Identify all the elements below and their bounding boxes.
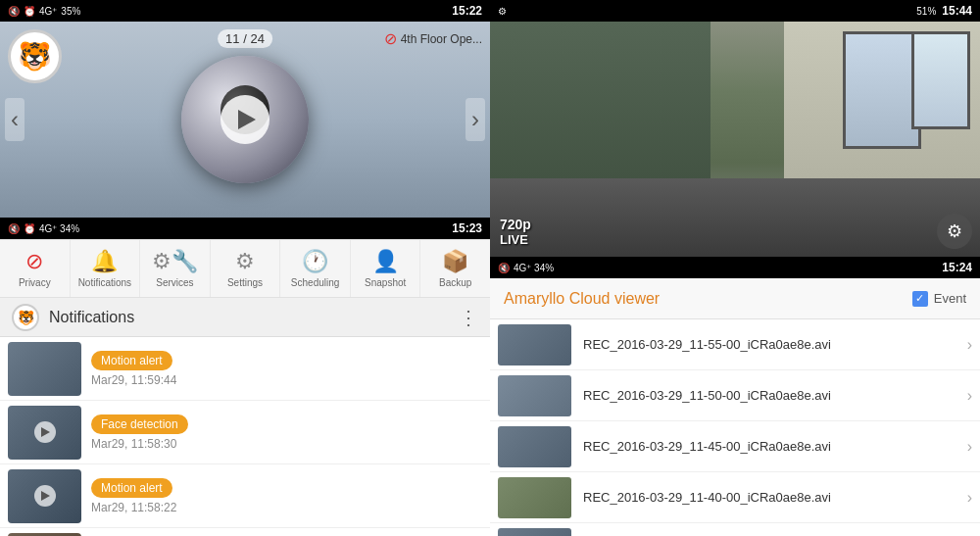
notification-thumbnail — [8, 406, 81, 460]
toolbar-privacy-label: Privacy — [19, 277, 51, 288]
toolbar: ⊘ Privacy 🔔 Notifications ⚙🔧 Services ⚙ … — [0, 239, 490, 298]
alarm-icon-mid: ⏰ — [24, 223, 35, 234]
scheduling-icon: 🕐 — [302, 249, 328, 274]
motion-alert-badge: Motion alert — [91, 351, 172, 370]
right-panel: ⚙ 51% 15:44 720p LIVE ⚙ 🔇 — [490, 0, 980, 536]
backup-icon: 📦 — [442, 249, 468, 274]
event-checkbox[interactable] — [912, 291, 928, 307]
play-small-icon — [34, 421, 56, 443]
notifications-panel: 🐯 Notifications ⋮ Motion alert Mar29, 11… — [0, 298, 490, 536]
camera-name: 4th Floor Ope... — [401, 32, 482, 46]
notification-time: Mar29, 11:58:30 — [91, 437, 482, 451]
header-logo: 🐯 — [12, 304, 39, 331]
status-bar-mid-left: 🔇 ⏰ 4G⁺ 34% 15:23 — [0, 218, 490, 239]
logo-circle: 🐯 — [8, 29, 62, 83]
notification-item[interactable]: Motion alert Mar29, 11:58:22 — [0, 464, 490, 528]
status-bar-bot-right: 🔇 4G⁺ 34% 15:24 — [490, 257, 980, 278]
play-small-icon — [34, 485, 56, 507]
recording-thumbnail — [498, 528, 571, 537]
mute-icon-right: 🔇 — [498, 263, 510, 273]
notification-content: Motion alert Mar29, 11:58:22 — [91, 478, 482, 514]
recording-thumbnail — [498, 426, 571, 467]
more-options-button[interactable]: ⋮ — [459, 306, 478, 329]
thumb-image — [8, 406, 81, 460]
camera-counter: 11 / 24 — [218, 29, 272, 48]
status-icons-right-top-2: 51% — [916, 6, 936, 17]
toolbar-snapshot[interactable]: 👤 Snapshot — [351, 240, 421, 297]
status-icons-right-top: ⚙ — [498, 6, 507, 17]
cloud-viewer-title: Amaryllo Cloud viewer — [504, 290, 660, 308]
face-detection-badge: Face detection — [91, 414, 188, 434]
status-time-mid: 15:23 — [452, 221, 482, 235]
live-settings-button[interactable]: ⚙ — [937, 214, 972, 249]
notification-thumbnail — [8, 342, 81, 396]
toolbar-settings[interactable]: ⚙ Settings — [211, 240, 281, 297]
toolbar-privacy[interactable]: ⊘ Privacy — [0, 240, 71, 297]
notification-item[interactable]: Face detection Mar29, 11:58:30 — [0, 401, 490, 464]
recording-name: REC_2016-03-29_11-55-00_iCRa0ae8e.avi — [583, 337, 956, 352]
header-left: 🐯 Notifications — [12, 304, 134, 331]
mute-icon-mid: 🔇 — [8, 223, 20, 234]
thumb-image — [8, 533, 81, 537]
notification-thumbnail — [8, 469, 81, 523]
prev-camera-button[interactable]: ‹ — [5, 98, 24, 141]
cloud-viewer: Amaryllo Cloud viewer Event REC_2016-03-… — [490, 278, 980, 536]
event-filter[interactable]: Event — [912, 291, 966, 307]
notification-time: Mar29, 11:58:22 — [91, 501, 482, 514]
settings-status-icon: ⚙ — [498, 6, 507, 17]
resolution-label: 720p — [500, 217, 531, 232]
notification-time: Mar29, 11:59:44 — [91, 373, 482, 387]
status-icons-mid: 🔇 ⏰ 4G⁺ 34% — [8, 223, 79, 234]
recording-name: REC_2016-03-29_11-40-00_iCRa0ae8e.avi — [583, 490, 956, 505]
notifications-header: 🐯 Notifications ⋮ — [0, 298, 490, 337]
recording-thumbnail — [498, 375, 571, 416]
toolbar-backup[interactable]: 📦 Backup — [420, 240, 490, 297]
signal-icon: 4G⁺ — [39, 6, 57, 17]
motion-alert-badge-2: Motion alert — [91, 478, 172, 498]
room-furniture — [490, 178, 980, 257]
stop-icon: ⊘ — [384, 29, 397, 48]
recording-item[interactable]: REC_2016-03-29_11-55-00_iCRa0ae8e.avi › — [490, 319, 980, 370]
signal-icon-mid: 4G⁺ 34% — [39, 223, 79, 234]
thumb-image — [8, 342, 81, 396]
status-time-top-left: 15:22 — [452, 4, 482, 18]
toolbar-notifications-label: Notifications — [78, 277, 131, 288]
alarm-icon: ⏰ — [24, 6, 35, 17]
camera-view[interactable]: 🐯 11 / 24 ⊘ 4th Floor Ope... ‹ › — [0, 22, 490, 218]
notification-item[interactable]: Motion alert Mar29, 11:57:00 — [0, 528, 490, 536]
live-camera-view[interactable]: 720p LIVE ⚙ — [490, 22, 980, 257]
battery-icon: 35% — [61, 6, 80, 17]
recording-thumbnail — [498, 324, 571, 365]
gear-icon: ⚙ — [947, 220, 962, 242]
settings-icon: ⚙ — [235, 249, 255, 274]
camera-title: ⊘ 4th Floor Ope... — [384, 29, 482, 48]
recording-list: REC_2016-03-29_11-55-00_iCRa0ae8e.avi › … — [490, 319, 980, 536]
status-bar-top-left: 🔇 ⏰ 4G⁺ 35% 15:22 — [0, 0, 490, 22]
notification-list: Motion alert Mar29, 11:59:44 Face detect… — [0, 337, 490, 536]
next-camera-button[interactable]: › — [466, 98, 485, 141]
mute-icon: 🔇 — [8, 6, 20, 17]
recording-item[interactable]: REC_2016-03-29_11-50-00_iCRa0ae8e.avi › — [490, 370, 980, 421]
recording-item[interactable]: REC_2016-03-29_11-35-01_iCRa0ae8e.avi › — [490, 523, 980, 536]
toolbar-settings-label: Settings — [227, 277, 263, 288]
cloud-header: Amaryllo Cloud viewer Event — [490, 278, 980, 319]
toolbar-services[interactable]: ⚙🔧 Services — [140, 240, 211, 297]
chevron-right-icon: › — [967, 438, 972, 456]
play-button[interactable] — [220, 95, 270, 144]
toolbar-notifications[interactable]: 🔔 Notifications — [71, 240, 141, 297]
toolbar-scheduling[interactable]: 🕐 Scheduling — [280, 240, 351, 297]
toolbar-services-label: Services — [156, 277, 193, 288]
notification-item[interactable]: Motion alert Mar29, 11:59:44 — [0, 337, 490, 401]
event-label: Event — [934, 291, 966, 306]
chevron-right-icon: › — [967, 387, 972, 405]
status-icons-right-bot: 🔇 4G⁺ 34% — [498, 263, 554, 273]
status-icons-left: 🔇 ⏰ 4G⁺ 35% — [8, 6, 80, 17]
thumb-image — [8, 469, 81, 523]
camera-background: 🐯 11 / 24 ⊘ 4th Floor Ope... ‹ › — [0, 22, 490, 218]
recording-item[interactable]: REC_2016-03-29_11-40-00_iCRa0ae8e.avi › — [490, 472, 980, 523]
recording-item[interactable]: REC_2016-03-29_11-45-00_iCRa0ae8e.avi › — [490, 421, 980, 472]
live-room — [490, 22, 980, 257]
left-panel: 🔇 ⏰ 4G⁺ 35% 15:22 🐯 11 / 24 ⊘ 4th Floor … — [0, 0, 490, 536]
signal-icon-right: 4G⁺ 34% — [514, 263, 554, 273]
room-window-right — [911, 31, 970, 129]
